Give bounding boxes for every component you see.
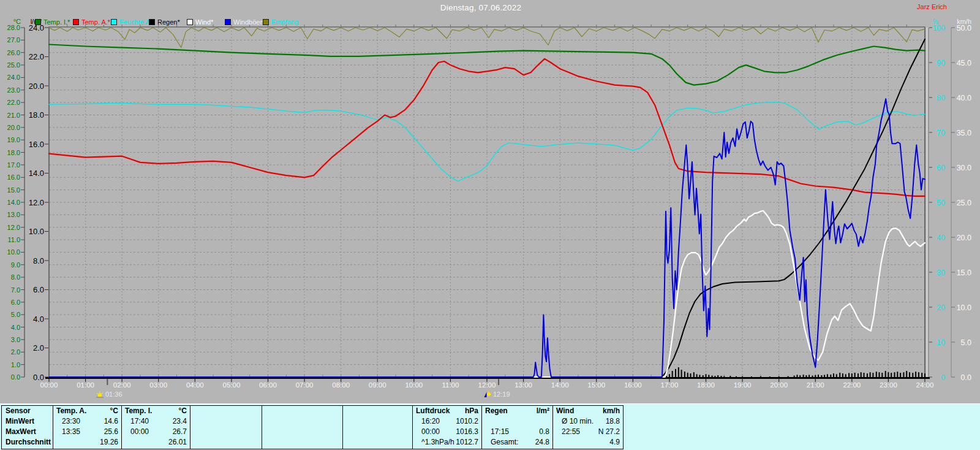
sun-noon-time: 12:19 [493,391,510,398]
svg-text:20.0: 20.0 [29,82,44,91]
table-col-sensor: Sensor MinWert MaxWert Durchschnitt [2,406,53,449]
svg-text:80: 80 [937,94,945,102]
svg-text:10.0: 10.0 [29,227,44,236]
sunrise-time: 01:36 [105,391,123,398]
svg-text:0.0: 0.0 [33,373,44,382]
table-col-temp-i: Temp. I.°C 17:4023.4 00:0026.7 26.01 [122,406,190,449]
avg-label [125,437,130,448]
min-value: 23.4 [173,416,187,427]
legend-label: Regen* [157,18,180,26]
svg-text:8.0: 8.0 [33,256,44,265]
col-unit: °C [110,406,118,416]
min-time: 16:20 [416,416,440,427]
col-unit: l/m² [537,406,549,416]
svg-text:14.0: 14.0 [29,169,44,178]
svg-text:11.0: 11.0 [7,236,20,243]
svg-text:00:00: 00:00 [40,381,58,389]
svg-text:01:00: 01:00 [77,381,94,389]
max-value: N 27.2 [598,427,620,437]
max-time: 17:15 [485,427,509,437]
svg-text:10.0: 10.0 [957,303,971,312]
svg-text:19:00: 19:00 [734,381,752,389]
table-col-temp-a: Temp. A.°C 23:3014.6 13:3525.6 19.26 [53,406,122,449]
avg10-label: Ø 10 min. [556,416,594,427]
svg-text:7.0: 7.0 [11,286,20,294]
legend-label: Temp. I.* [43,18,70,26]
avg-value: 1012.7 [456,437,478,448]
max-value: 25.6 [104,427,118,437]
temp-a-swatch-icon [73,19,79,25]
svg-text:14:00: 14:00 [551,381,569,389]
watermark-author: Jarz Erich [917,3,947,10]
svg-text:04:00: 04:00 [186,381,204,389]
svg-text:18.0: 18.0 [29,110,44,120]
empfang-swatch-icon [263,19,269,25]
axis-unit-humidity: % [926,18,938,25]
svg-text:35.0: 35.0 [957,129,971,137]
svg-text:0.0: 0.0 [961,373,971,382]
svg-text:27.0: 27.0 [7,36,20,44]
svg-text:26.0: 26.0 [7,49,20,56]
avg-value: 26.01 [168,437,187,448]
avg-value: 19.26 [100,437,118,448]
max-time: 00:00 [416,427,440,437]
svg-text:70: 70 [937,129,945,137]
svg-text:22.0: 22.0 [7,99,20,106]
svg-text:20:00: 20:00 [770,381,788,389]
svg-text:20.0: 20.0 [7,124,20,131]
svg-text:30: 30 [937,269,945,277]
col-unit: km/h [603,406,620,416]
svg-text:30.0: 30.0 [957,164,971,172]
min-time [485,416,491,427]
svg-text:40: 40 [937,234,945,242]
axis-unit-temp: °C [6,18,21,25]
svg-text:9.0: 9.0 [11,261,20,269]
max-value: 0.8 [539,427,549,437]
chart-gridlines [49,28,925,377]
sunrise-marker: 01:36 [96,391,123,398]
svg-text:40.0: 40.0 [957,94,971,102]
svg-text:45.0: 45.0 [957,59,971,67]
svg-text:1.0: 1.0 [11,361,20,368]
axis-unit-wind: km/h [949,18,971,25]
sunrise-icon [96,391,104,398]
svg-text:12.0: 12.0 [7,224,20,231]
table-col-wind: Windkm/h Ø 10 min.18.8 22:55N 27.2 4.9 [553,406,623,449]
svg-text:21.0: 21.0 [7,112,20,119]
axis-temp-c: 0.01.02.03.04.05.06.07.08.09.010.011.012… [7,24,24,381]
svg-text:22.0: 22.0 [29,52,44,61]
svg-text:2.0: 2.0 [11,348,20,356]
svg-text:07:00: 07:00 [296,381,314,389]
svg-text:15.0: 15.0 [957,269,971,277]
svg-text:21:00: 21:00 [807,381,824,389]
weather-chart: 0.01.02.03.04.05.06.07.08.09.010.011.012… [0,0,980,403]
summary-strip: Sensor MinWert MaxWert Durchschnitt Temp… [0,403,980,450]
legend-item-temp-a: Temp. A.* [73,18,110,26]
table-col-luftdruck: LuftdruckhPa 16:201010.2 00:001016.3 ^1.… [413,406,482,449]
legend-label: Temp. A.* [81,18,110,26]
svg-text:10:00: 10:00 [405,381,423,389]
max-time: 22:55 [556,427,580,437]
legend-item-feuchte: Feuchte A.* [111,18,154,26]
avg-label [556,437,562,448]
col-title: Wind [556,406,574,416]
windboeen-swatch-icon [225,19,231,25]
table-col-regen: Regenl/m² 17:150.8 Gesamt:24.8 [482,406,553,449]
svg-text:0: 0 [941,373,945,382]
svg-text:20: 20 [937,303,945,312]
svg-text:90: 90 [937,59,945,67]
temp-i-swatch-icon [35,19,41,25]
trend-label: ^1.3hPa/h [416,437,454,448]
col-unit: hPa [465,406,478,416]
svg-text:08:00: 08:00 [332,381,350,389]
svg-text:06:00: 06:00 [259,381,277,389]
svg-text:2.0: 2.0 [33,343,44,353]
wind-swatch-icon [187,19,193,25]
svg-text:24:00: 24:00 [916,381,934,389]
svg-text:23:00: 23:00 [880,381,897,389]
col-title: Temp. I. [125,406,152,416]
svg-text:02:00: 02:00 [113,381,131,389]
table-col-empty-2 [262,406,343,449]
col-title: Luftdruck [416,406,450,416]
svg-text:3.0: 3.0 [11,336,20,343]
